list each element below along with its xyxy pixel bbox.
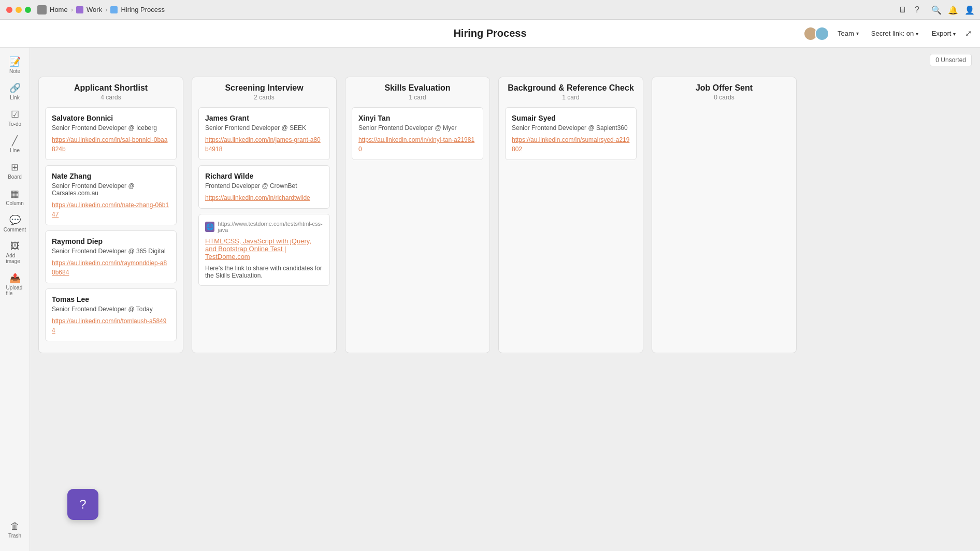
card-card-sumair[interactable]: Sumair SyedSenior Frontend Developer @ S… (505, 107, 637, 160)
sidebar-item-link[interactable]: 🔗 Link (2, 79, 28, 104)
column-header-job-offer-sent: Job Offer Sent0 cards (658, 83, 790, 101)
column-title: Job Offer Sent (658, 83, 790, 93)
user-icon[interactable]: 👤 (964, 5, 974, 15)
maximize-button[interactable] (25, 7, 31, 13)
column-title: Background & Reference Check (505, 83, 637, 93)
sidebar-item-upload-file[interactable]: 📤 Upload file (2, 269, 28, 299)
column-screening-interview: Screening Interview2 cardsJames GrantSen… (192, 77, 337, 353)
sidebar-item-note[interactable]: 📝 Note (2, 53, 28, 77)
sidebar-item-trash[interactable]: 🗑 Trash (2, 518, 28, 542)
card-link[interactable]: https://au.linkedin.com/in/james-grant-a… (205, 136, 321, 153)
column-title: Screening Interview (198, 83, 330, 93)
url-preview-url-text: https://www.testdome.com/tests/html-css-… (218, 221, 323, 233)
breadcrumb-page[interactable]: Hiring Process (121, 6, 165, 13)
secret-link-button[interactable]: Secret link: on ▾ (867, 27, 923, 39)
question-mark-icon: ? (79, 497, 86, 512)
column-count: 1 card (352, 94, 483, 101)
card-card-richard[interactable]: Richard WildeFrontend Developer @ CrownB… (198, 165, 330, 209)
card-subtitle: Senior Frontend Developer @ SEEK (205, 124, 323, 132)
url-preview-title[interactable]: HTML/CSS, JavaScript with jQuery, and Bo… (205, 237, 323, 260)
board-area: 0 Unsorted Applicant Shortlist4 cardsSal… (30, 48, 980, 551)
column-header-background-reference: Background & Reference Check1 card (505, 83, 637, 101)
floating-help-button[interactable]: ? (67, 489, 98, 520)
work-icon (76, 6, 83, 13)
card-link[interactable]: https://au.linkedin.com/in/tomlaush-a584… (52, 317, 166, 334)
unsorted-button[interactable]: 0 Unsorted (930, 54, 972, 66)
card-card-raymond[interactable]: Raymond DiepSenior Frontend Developer @ … (45, 230, 177, 283)
todo-icon: ☑ (11, 109, 19, 120)
card-card-james[interactable]: James GrantSenior Frontend Developer @ S… (198, 107, 330, 160)
card-link[interactable]: https://au.linkedin.com/in/sal-bonnici-0… (52, 136, 167, 153)
line-icon: ╱ (12, 135, 18, 147)
main-layout: 📝 Note 🔗 Link ☑ To-do ╱ Line ⊞ Board ▦ C… (0, 48, 980, 551)
card-subtitle: Senior Frontend Developer @ Carsales.com… (52, 182, 170, 197)
card-name: James Grant (205, 114, 323, 122)
card-name: Salvatore Bonnici (52, 114, 170, 122)
card-subtitle: Senior Frontend Developer @ Sapient360 (512, 124, 630, 132)
column-skills-evaluation: Skills Evaluation1 cardXinyi TanSenior F… (345, 77, 490, 353)
team-button[interactable]: Team ▾ (834, 27, 862, 39)
chevron-down-icon: ▾ (953, 31, 956, 37)
column-count: 1 card (505, 94, 637, 101)
page-title: Hiring Process (453, 27, 526, 39)
breadcrumb: Home › Work › Hiring Process (37, 5, 165, 15)
card-subtitle: Senior Frontend Developer @ 365 Digital (52, 248, 170, 255)
card-subtitle: Senior Frontend Developer @ Today (52, 306, 170, 313)
chevron-down-icon: ▾ (856, 31, 859, 36)
add-image-icon: 🖼 (10, 241, 20, 252)
column-count: 0 cards (658, 94, 790, 101)
page-header: Hiring Process Team ▾ Secret link: on ▾ … (0, 20, 980, 48)
sidebar-item-comment[interactable]: 💬 Comment (2, 211, 28, 236)
comment-icon: 💬 (9, 214, 21, 226)
chevron-down-icon: ▾ (916, 31, 918, 37)
note-icon: 📝 (9, 56, 21, 67)
avatar-group (803, 26, 829, 41)
column-header-screening-interview: Screening Interview2 cards (198, 83, 330, 101)
titlebar: Home › Work › Hiring Process 🖥 ? 🔍 🔔 👤 (0, 0, 980, 20)
card-link[interactable]: https://au.linkedin.com/in/richardtwilde (205, 194, 310, 201)
card-name: Tomas Lee (52, 295, 170, 303)
help-icon[interactable]: ? (915, 5, 924, 15)
column-background-reference: Background & Reference Check1 cardSumair… (498, 77, 643, 353)
breadcrumb-home[interactable]: Home (50, 6, 68, 13)
card-subtitle: Senior Frontend Developer @ Myer (358, 124, 477, 132)
expand-icon[interactable]: ⤢ (965, 28, 972, 38)
card-card-tomas[interactable]: Tomas LeeSenior Frontend Developer @ Tod… (45, 288, 177, 341)
notification-icon[interactable]: 🔔 (948, 5, 957, 15)
column-title: Applicant Shortlist (45, 83, 177, 93)
column-header-skills-evaluation: Skills Evaluation1 card (352, 83, 483, 101)
url-preview-card[interactable]: 🌐https://www.testdome.com/tests/html-css… (198, 214, 330, 286)
sidebar: 📝 Note 🔗 Link ☑ To-do ╱ Line ⊞ Board ▦ C… (0, 48, 30, 551)
card-card-nate[interactable]: Nate ZhangSenior Frontend Developer @ Ca… (45, 165, 177, 225)
page-icon (110, 6, 118, 13)
breadcrumb-work[interactable]: Work (87, 6, 102, 13)
card-name: Sumair Syed (512, 114, 630, 122)
search-icon[interactable]: 🔍 (931, 5, 941, 15)
sidebar-item-column[interactable]: ▦ Column (2, 185, 28, 209)
home-icon (37, 5, 47, 15)
card-name: Xinyi Tan (358, 114, 477, 122)
monitor-icon[interactable]: 🖥 (898, 5, 907, 15)
export-button[interactable]: Export ▾ (928, 27, 960, 39)
column-header-applicant-shortlist: Applicant Shortlist4 cards (45, 83, 177, 101)
card-link[interactable]: https://au.linkedin.com/in/sumairsyed-a2… (512, 136, 629, 153)
close-button[interactable] (6, 7, 12, 13)
card-card-xinyi[interactable]: Xinyi TanSenior Frontend Developer @ Mye… (352, 107, 483, 160)
sidebar-item-add-image[interactable]: 🖼 Add image (2, 238, 28, 267)
card-name: Richard Wilde (205, 172, 323, 180)
upload-file-icon: 📤 (9, 272, 21, 284)
card-subtitle: Senior Frontend Developer @ Iceberg (52, 124, 170, 132)
card-link[interactable]: https://au.linkedin.com/in/xinyi-tan-a21… (358, 136, 474, 153)
url-preview-description: Here's the link to share with candidates… (205, 265, 323, 279)
card-card-salvatore[interactable]: Salvatore BonniciSenior Frontend Develop… (45, 107, 177, 160)
titlebar-actions: 🖥 ? 🔍 🔔 👤 (898, 5, 974, 15)
minimize-button[interactable] (16, 7, 22, 13)
sidebar-item-todo[interactable]: ☑ To-do (2, 106, 28, 130)
card-subtitle: Frontend Developer @ CrownBet (205, 182, 323, 190)
sidebar-item-board[interactable]: ⊞ Board (2, 158, 28, 183)
card-link[interactable]: https://au.linkedin.com/in/raymonddiep-a… (52, 259, 167, 276)
header-actions: Team ▾ Secret link: on ▾ Export ▾ ⤢ (803, 26, 972, 41)
card-link[interactable]: https://au.linkedin.com/in/nate-zhang-06… (52, 201, 169, 218)
link-icon: 🔗 (9, 82, 21, 94)
sidebar-item-line[interactable]: ╱ Line (2, 132, 28, 156)
